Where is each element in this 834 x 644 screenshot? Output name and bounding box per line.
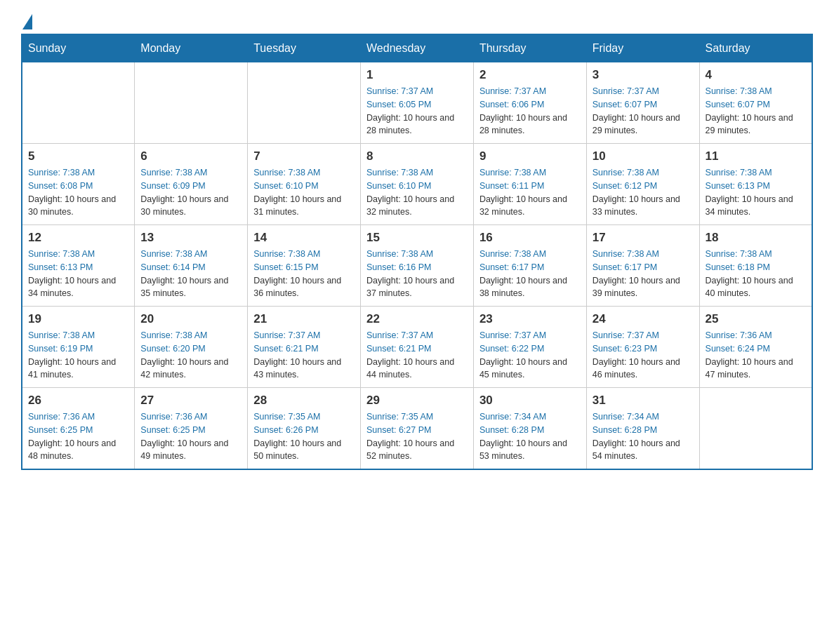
day-number: 30	[479, 394, 581, 408]
calendar-day-cell: 10Sunrise: 7:38 AMSunset: 6:12 PMDayligh…	[586, 144, 699, 225]
calendar-week-row: 12Sunrise: 7:38 AMSunset: 6:13 PMDayligh…	[22, 225, 812, 307]
calendar-day-cell: 15Sunrise: 7:38 AMSunset: 6:16 PMDayligh…	[361, 225, 474, 307]
day-info: Sunrise: 7:38 AMSunset: 6:08 PMDaylight:…	[28, 166, 128, 219]
calendar-day-cell	[22, 62, 135, 144]
day-number: 29	[366, 394, 468, 408]
day-number: 2	[479, 68, 581, 82]
day-number: 15	[366, 231, 468, 245]
day-info: Sunrise: 7:38 AMSunset: 6:13 PMDaylight:…	[706, 166, 806, 219]
day-info: Sunrise: 7:38 AMSunset: 6:11 PMDaylight:…	[479, 166, 581, 219]
calendar-header-row: SundayMondayTuesdayWednesdayThursdayFrid…	[22, 34, 812, 62]
day-of-week-header: Saturday	[699, 34, 812, 62]
day-number: 19	[28, 312, 128, 326]
calendar-day-cell: 1Sunrise: 7:37 AMSunset: 6:05 PMDaylight…	[361, 62, 474, 144]
day-info: Sunrise: 7:34 AMSunset: 6:28 PMDaylight:…	[479, 410, 581, 463]
calendar-day-cell: 22Sunrise: 7:37 AMSunset: 6:21 PMDayligh…	[361, 307, 474, 388]
day-number: 28	[253, 394, 355, 408]
day-of-week-header: Thursday	[473, 34, 586, 62]
page-header	[21, 14, 813, 27]
calendar-day-cell: 6Sunrise: 7:38 AMSunset: 6:09 PMDaylight…	[135, 144, 248, 225]
calendar-day-cell: 24Sunrise: 7:37 AMSunset: 6:23 PMDayligh…	[586, 307, 699, 388]
day-info: Sunrise: 7:37 AMSunset: 6:21 PMDaylight:…	[366, 329, 468, 382]
day-info: Sunrise: 7:36 AMSunset: 6:24 PMDaylight:…	[706, 329, 806, 382]
day-info: Sunrise: 7:38 AMSunset: 6:12 PMDaylight:…	[593, 166, 694, 219]
calendar-day-cell: 7Sunrise: 7:38 AMSunset: 6:10 PMDaylight…	[248, 144, 361, 225]
calendar-day-cell: 4Sunrise: 7:38 AMSunset: 6:07 PMDaylight…	[699, 62, 812, 144]
day-number: 10	[593, 149, 694, 163]
day-number: 4	[706, 68, 806, 82]
day-number: 24	[593, 312, 694, 326]
calendar-day-cell	[135, 62, 248, 144]
day-number: 26	[28, 394, 128, 408]
day-number: 25	[706, 312, 806, 326]
day-number: 22	[366, 312, 468, 326]
day-of-week-header: Wednesday	[361, 34, 474, 62]
day-info: Sunrise: 7:38 AMSunset: 6:10 PMDaylight:…	[253, 166, 355, 219]
day-number: 31	[593, 394, 694, 408]
calendar-day-cell	[248, 62, 361, 144]
day-info: Sunrise: 7:37 AMSunset: 6:23 PMDaylight:…	[593, 329, 694, 382]
calendar-day-cell: 17Sunrise: 7:38 AMSunset: 6:17 PMDayligh…	[586, 225, 699, 307]
day-info: Sunrise: 7:38 AMSunset: 6:16 PMDaylight:…	[366, 248, 468, 300]
day-number: 9	[479, 149, 581, 163]
calendar-day-cell: 21Sunrise: 7:37 AMSunset: 6:21 PMDayligh…	[248, 307, 361, 388]
day-of-week-header: Monday	[135, 34, 248, 62]
day-info: Sunrise: 7:37 AMSunset: 6:07 PMDaylight:…	[593, 85, 694, 137]
day-info: Sunrise: 7:37 AMSunset: 6:06 PMDaylight:…	[479, 85, 581, 137]
calendar-day-cell: 19Sunrise: 7:38 AMSunset: 6:19 PMDayligh…	[22, 307, 135, 388]
calendar-week-row: 1Sunrise: 7:37 AMSunset: 6:05 PMDaylight…	[22, 62, 812, 144]
calendar-day-cell	[699, 388, 812, 470]
day-number: 5	[28, 149, 128, 163]
day-number: 27	[140, 394, 241, 408]
day-number: 23	[479, 312, 581, 326]
day-info: Sunrise: 7:38 AMSunset: 6:15 PMDaylight:…	[253, 248, 355, 300]
day-info: Sunrise: 7:38 AMSunset: 6:17 PMDaylight:…	[593, 248, 694, 300]
day-info: Sunrise: 7:38 AMSunset: 6:10 PMDaylight:…	[366, 166, 468, 219]
calendar-day-cell: 26Sunrise: 7:36 AMSunset: 6:25 PMDayligh…	[22, 388, 135, 470]
calendar-day-cell: 13Sunrise: 7:38 AMSunset: 6:14 PMDayligh…	[135, 225, 248, 307]
day-number: 18	[706, 231, 806, 245]
calendar-day-cell: 20Sunrise: 7:38 AMSunset: 6:20 PMDayligh…	[135, 307, 248, 388]
day-info: Sunrise: 7:38 AMSunset: 6:20 PMDaylight:…	[140, 329, 241, 382]
day-number: 7	[253, 149, 355, 163]
calendar-day-cell: 5Sunrise: 7:38 AMSunset: 6:08 PMDaylight…	[22, 144, 135, 225]
day-number: 21	[253, 312, 355, 326]
day-number: 13	[140, 231, 241, 245]
day-info: Sunrise: 7:38 AMSunset: 6:07 PMDaylight:…	[706, 85, 806, 137]
day-info: Sunrise: 7:38 AMSunset: 6:18 PMDaylight:…	[706, 248, 806, 300]
day-info: Sunrise: 7:36 AMSunset: 6:25 PMDaylight:…	[140, 410, 241, 463]
calendar-day-cell: 30Sunrise: 7:34 AMSunset: 6:28 PMDayligh…	[473, 388, 586, 470]
day-info: Sunrise: 7:35 AMSunset: 6:27 PMDaylight:…	[366, 410, 468, 463]
calendar-day-cell: 11Sunrise: 7:38 AMSunset: 6:13 PMDayligh…	[699, 144, 812, 225]
calendar-day-cell: 18Sunrise: 7:38 AMSunset: 6:18 PMDayligh…	[699, 225, 812, 307]
day-info: Sunrise: 7:35 AMSunset: 6:26 PMDaylight:…	[253, 410, 355, 463]
calendar-day-cell: 27Sunrise: 7:36 AMSunset: 6:25 PMDayligh…	[135, 388, 248, 470]
calendar-day-cell: 9Sunrise: 7:38 AMSunset: 6:11 PMDaylight…	[473, 144, 586, 225]
day-of-week-header: Friday	[586, 34, 699, 62]
day-number: 1	[366, 68, 468, 82]
day-info: Sunrise: 7:37 AMSunset: 6:21 PMDaylight:…	[253, 329, 355, 382]
calendar-day-cell: 31Sunrise: 7:34 AMSunset: 6:28 PMDayligh…	[586, 388, 699, 470]
day-info: Sunrise: 7:37 AMSunset: 6:22 PMDaylight:…	[479, 329, 581, 382]
calendar-table: SundayMondayTuesdayWednesdayThursdayFrid…	[21, 34, 813, 470]
calendar-day-cell: 8Sunrise: 7:38 AMSunset: 6:10 PMDaylight…	[361, 144, 474, 225]
day-number: 12	[28, 231, 128, 245]
calendar-week-row: 26Sunrise: 7:36 AMSunset: 6:25 PMDayligh…	[22, 388, 812, 470]
day-info: Sunrise: 7:38 AMSunset: 6:17 PMDaylight:…	[479, 248, 581, 300]
day-info: Sunrise: 7:34 AMSunset: 6:28 PMDaylight:…	[593, 410, 694, 463]
day-info: Sunrise: 7:38 AMSunset: 6:14 PMDaylight:…	[140, 248, 241, 300]
day-info: Sunrise: 7:38 AMSunset: 6:13 PMDaylight:…	[28, 248, 128, 300]
day-info: Sunrise: 7:37 AMSunset: 6:05 PMDaylight:…	[366, 85, 468, 137]
day-of-week-header: Tuesday	[248, 34, 361, 62]
calendar-day-cell: 14Sunrise: 7:38 AMSunset: 6:15 PMDayligh…	[248, 225, 361, 307]
day-number: 6	[140, 149, 241, 163]
calendar-day-cell: 12Sunrise: 7:38 AMSunset: 6:13 PMDayligh…	[22, 225, 135, 307]
day-info: Sunrise: 7:38 AMSunset: 6:09 PMDaylight:…	[140, 166, 241, 219]
calendar-week-row: 19Sunrise: 7:38 AMSunset: 6:19 PMDayligh…	[22, 307, 812, 388]
calendar-day-cell: 29Sunrise: 7:35 AMSunset: 6:27 PMDayligh…	[361, 388, 474, 470]
calendar-day-cell: 16Sunrise: 7:38 AMSunset: 6:17 PMDayligh…	[473, 225, 586, 307]
day-number: 17	[593, 231, 694, 245]
day-number: 3	[593, 68, 694, 82]
calendar-day-cell: 2Sunrise: 7:37 AMSunset: 6:06 PMDaylight…	[473, 62, 586, 144]
calendar-day-cell: 25Sunrise: 7:36 AMSunset: 6:24 PMDayligh…	[699, 307, 812, 388]
